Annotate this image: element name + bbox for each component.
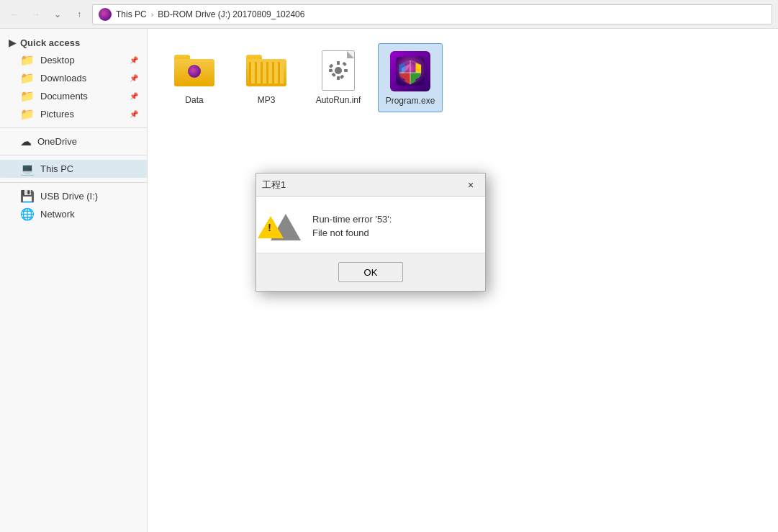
dialog-message: Run-time error '53': File not found (312, 214, 471, 238)
dialog-title-bar: 工程1 × (256, 173, 485, 197)
sidebar-item-label-desktop: Desktop (40, 55, 75, 66)
sidebar-item-thispc[interactable]: 💻 This PC (0, 160, 147, 178)
quick-access-label: Quick access (20, 37, 80, 48)
sidebar-item-network[interactable]: 🌐 Network (0, 205, 147, 223)
error-line1: Run-time error '53': (312, 214, 471, 225)
sidebar-item-downloads[interactable]: 📁 Downloads 📌 (0, 69, 147, 87)
sidebar-item-desktop[interactable]: 📁 Desktop 📌 (0, 51, 147, 69)
error-line2: File not found (312, 227, 471, 238)
forward-button[interactable]: → (27, 6, 45, 23)
sidebar-item-pictures[interactable]: 📁 Pictures 📌 (0, 105, 147, 123)
pin-icon: 📌 (130, 92, 138, 100)
modal-overlay: 工程1 × ! Run-time error '53': File not fo… (148, 29, 778, 532)
address-part-drive: BD-ROM Drive (J:) 20170809_102406 (158, 9, 304, 19)
error-dialog: 工程1 × ! Run-time error '53': File not fo… (255, 173, 486, 292)
drive-icon (99, 8, 112, 21)
thispc-label: This PC (40, 163, 73, 174)
folder-icon: 📁 (20, 71, 35, 85)
dialog-close-button[interactable]: × (462, 176, 479, 194)
warning-icon: ! (271, 214, 301, 241)
address-bar[interactable]: This PC › BD-ROM Drive (J:) 20170809_102… (92, 4, 772, 24)
dialog-body: ! Run-time error '53': File not found (256, 197, 485, 253)
back-button[interactable]: ← (6, 6, 23, 23)
cloud-icon: ☁ (20, 135, 32, 148)
sidebar-divider-2 (0, 155, 147, 155)
dialog-ok-button[interactable]: OK (338, 262, 403, 282)
sidebar-item-label-documents: Documents (40, 91, 88, 102)
pin-icon: 📌 (130, 74, 138, 82)
address-part-thispc: This PC (116, 9, 147, 19)
title-bar: ← → ⌄ ↑ This PC › BD-ROM Drive (J:) 2017… (0, 0, 778, 29)
sidebar-divider (0, 127, 147, 128)
folder-icon: 📁 (20, 89, 35, 103)
up-button[interactable]: ↑ (71, 6, 88, 23)
sidebar: ▶ Quick access 📁 Desktop 📌 📁 Downloads 📌… (0, 29, 148, 532)
usb-icon: 💾 (20, 189, 35, 203)
computer-icon: 💻 (20, 162, 35, 176)
folder-icon: 📁 (20, 107, 35, 121)
sidebar-item-label-pictures: Pictures (40, 109, 74, 120)
sidebar-divider-3 (0, 182, 147, 183)
sidebar-item-label-downloads: Downloads (40, 73, 86, 84)
usb-label: USB Drive (I:) (40, 191, 98, 202)
sidebar-item-documents[interactable]: 📁 Documents 📌 (0, 87, 147, 105)
sidebar-item-usb[interactable]: 💾 USB Drive (I:) (0, 187, 147, 205)
recent-button[interactable]: ⌄ (49, 6, 66, 23)
main-area: ▶ Quick access 📁 Desktop 📌 📁 Downloads 📌… (0, 29, 778, 532)
network-icon: 🌐 (20, 207, 35, 221)
folder-icon: 📁 (20, 53, 35, 67)
sidebar-item-onedrive[interactable]: ☁ OneDrive (0, 132, 147, 150)
dialog-title: 工程1 (262, 179, 462, 191)
content-area: Data MP3 (148, 29, 778, 532)
onedrive-label: OneDrive (37, 136, 77, 147)
sidebar-section-quick-access[interactable]: ▶ Quick access (0, 35, 147, 51)
pin-icon: 📌 (130, 110, 138, 118)
pin-icon: 📌 (130, 56, 138, 64)
dialog-footer: OK (256, 253, 485, 291)
network-label: Network (40, 209, 75, 220)
